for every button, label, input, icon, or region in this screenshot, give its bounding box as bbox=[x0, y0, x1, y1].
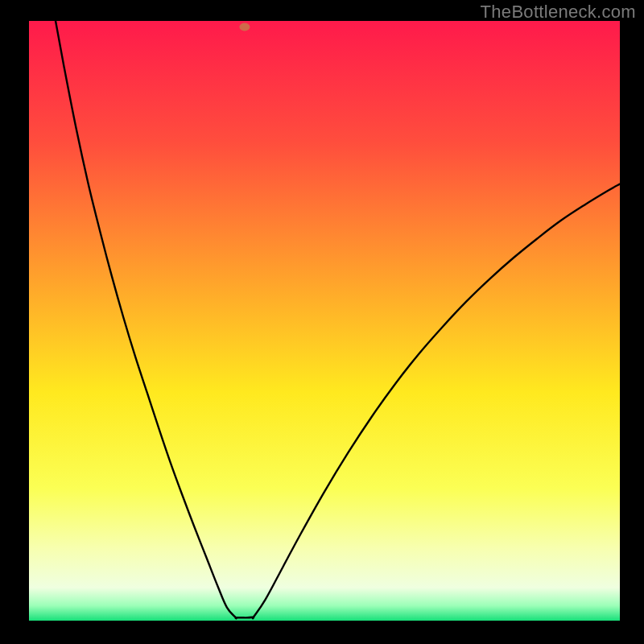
bottleneck-chart bbox=[0, 0, 644, 644]
minimum-marker bbox=[239, 23, 250, 31]
chart-frame: TheBottleneck.com bbox=[0, 0, 644, 644]
gradient-background bbox=[29, 21, 620, 621]
watermark-label: TheBottleneck.com bbox=[481, 2, 636, 23]
